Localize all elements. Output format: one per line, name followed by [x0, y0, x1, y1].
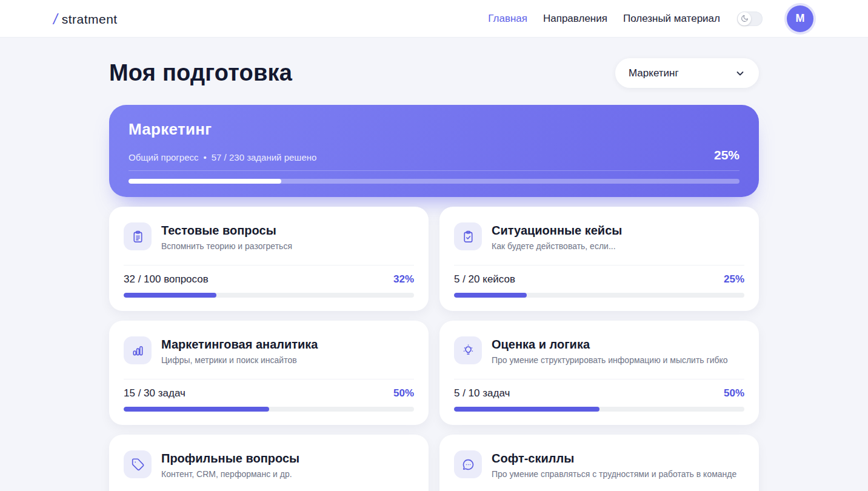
- tag-icon: [131, 458, 145, 472]
- card-subtitle: Вспомнить теорию и разогреться: [161, 241, 292, 251]
- bar-chart-icon: [131, 344, 145, 358]
- card-divider: [124, 265, 414, 266]
- card-progress-track: [124, 293, 414, 298]
- card-stats: 5 / 20 кейсов: [454, 273, 515, 286]
- card-situational-cases[interactable]: Ситуационные кейсы Как будете действоват…: [439, 207, 759, 311]
- card-title: Ситуационные кейсы: [492, 222, 622, 238]
- card-icon-box: [454, 222, 482, 250]
- card-subtitle: Цифры, метрики и поиск инсайтов: [161, 355, 318, 365]
- card-percent: 32%: [393, 273, 414, 286]
- card-head: Софт-скиллы Про умение справляться с тру…: [454, 450, 744, 479]
- card-divider: [454, 265, 744, 266]
- card-icon-box: [454, 336, 482, 364]
- card-progress-fill: [454, 293, 527, 298]
- card-stats: 5 / 10 задач: [454, 387, 510, 399]
- card-head: Профильные вопросы Контент, CRM, перформ…: [124, 450, 414, 479]
- card-title: Тестовые вопросы: [161, 222, 292, 238]
- card-icon-box: [124, 222, 152, 250]
- avatar[interactable]: M: [787, 5, 813, 32]
- banner-separator: •: [204, 152, 207, 162]
- brand-slash: /: [53, 11, 58, 28]
- card-percent: 50%: [724, 387, 744, 399]
- card-assessment-logic[interactable]: Оценка и логика Про умение структурирова…: [439, 321, 759, 425]
- lightbulb-icon: [461, 344, 475, 358]
- card-title: Софт-скиллы: [492, 450, 736, 466]
- card-icon-box: [124, 450, 152, 478]
- card-head: Маркетинговая аналитика Цифры, метрики и…: [124, 336, 414, 365]
- banner-progress-fill: [129, 179, 281, 184]
- card-subtitle: Про умение справляться с трудностями и р…: [492, 469, 736, 479]
- card-head: Тестовые вопросы Вспомнить теорию и разо…: [124, 222, 414, 251]
- avatar-initial: M: [796, 12, 805, 25]
- card-text: Оценка и логика Про умение структурирова…: [492, 336, 728, 365]
- brand-logo[interactable]: / stratment: [53, 10, 118, 27]
- card-title: Маркетинговая аналитика: [161, 336, 318, 352]
- brand-name: stratment: [62, 12, 118, 27]
- clipboard-check-icon: [461, 230, 475, 244]
- card-divider: [124, 379, 414, 379]
- banner-progress-label: Общий прогресс: [129, 152, 199, 162]
- card-test-questions[interactable]: Тестовые вопросы Вспомнить теорию и разо…: [109, 207, 429, 311]
- card-stats: 15 / 30 задач: [124, 387, 185, 399]
- banner-progress-text: Общий прогресс • 57 / 230 заданий решено: [129, 152, 316, 162]
- theme-toggle[interactable]: [737, 12, 763, 26]
- card-title: Профильные вопросы: [161, 450, 299, 466]
- card-percent: 50%: [393, 387, 414, 399]
- card-progress-fill: [124, 293, 216, 298]
- card-subtitle: Как будете действовать, если...: [492, 241, 622, 251]
- topic-cards-grid: Тестовые вопросы Вспомнить теорию и разо…: [109, 207, 759, 491]
- card-marketing-analytics[interactable]: Маркетинговая аналитика Цифры, метрики и…: [109, 321, 429, 425]
- card-percent: 25%: [724, 273, 744, 286]
- page-head: Моя подготовка Маркетинг: [109, 58, 759, 88]
- chevron-down-icon: [735, 68, 746, 79]
- card-icon-box: [124, 336, 152, 364]
- banner-title: Маркетинг: [129, 120, 739, 139]
- card-text: Ситуационные кейсы Как будете действоват…: [492, 222, 622, 251]
- chat-icon: [461, 458, 475, 472]
- page-title: Моя подготовка: [109, 60, 292, 86]
- card-text: Профильные вопросы Контент, CRM, перформ…: [161, 450, 299, 479]
- card-profile-questions[interactable]: Профильные вопросы Контент, CRM, перформ…: [109, 435, 429, 491]
- card-stats-row: 5 / 20 кейсов 25%: [454, 273, 744, 286]
- card-title: Оценка и логика: [492, 336, 728, 352]
- top-bar: / stratment Главная Направления Полезный…: [0, 0, 868, 38]
- nav-link-home[interactable]: Главная: [488, 13, 527, 25]
- main-nav: Главная Направления Полезный материал M: [488, 5, 813, 32]
- card-subtitle: Про умение структурировать информацию и …: [492, 355, 728, 365]
- banner-percent: 25%: [714, 148, 739, 162]
- card-head: Ситуационные кейсы Как будете действоват…: [454, 222, 744, 251]
- card-soft-skills[interactable]: Софт-скиллы Про умение справляться с тру…: [439, 435, 759, 491]
- card-progress-track: [454, 293, 744, 298]
- track-select[interactable]: Маркетинг: [615, 58, 759, 88]
- card-icon-box: [454, 450, 482, 478]
- card-text: Маркетинговая аналитика Цифры, метрики и…: [161, 336, 318, 365]
- card-progress-track: [454, 407, 744, 412]
- nav-link-directions[interactable]: Направления: [543, 13, 607, 25]
- moon-icon: [741, 15, 749, 22]
- card-subtitle: Контент, CRM, перформанс и др.: [161, 469, 299, 479]
- banner-progress-track: [129, 179, 739, 184]
- card-text: Софт-скиллы Про умение справляться с тру…: [492, 450, 736, 479]
- banner-divider: [129, 170, 739, 171]
- nav-link-materials[interactable]: Полезный материал: [623, 13, 720, 25]
- banner-tasks-count: 57 / 230 заданий решено: [212, 152, 317, 162]
- card-progress-fill: [454, 407, 599, 412]
- card-divider: [454, 379, 744, 379]
- card-stats-row: 15 / 30 задач 50%: [124, 387, 414, 399]
- track-select-value: Маркетинг: [629, 67, 679, 79]
- clipboard-list-icon: [131, 230, 145, 244]
- card-head: Оценка и логика Про умение структурирова…: [454, 336, 744, 365]
- card-text: Тестовые вопросы Вспомнить теорию и разо…: [161, 222, 292, 251]
- main-content: Моя подготовка Маркетинг Маркетинг Общий…: [109, 58, 759, 491]
- card-progress-track: [124, 407, 414, 412]
- overall-progress-banner[interactable]: Маркетинг Общий прогресс • 57 / 230 зада…: [109, 105, 759, 197]
- banner-progress-row: Общий прогресс • 57 / 230 заданий решено…: [129, 148, 739, 162]
- card-progress-fill: [124, 407, 269, 412]
- card-stats: 32 / 100 вопросов: [124, 273, 209, 286]
- card-stats-row: 5 / 10 задач 50%: [454, 387, 744, 399]
- card-stats-row: 32 / 100 вопросов 32%: [124, 273, 414, 286]
- theme-toggle-knob: [738, 12, 751, 25]
